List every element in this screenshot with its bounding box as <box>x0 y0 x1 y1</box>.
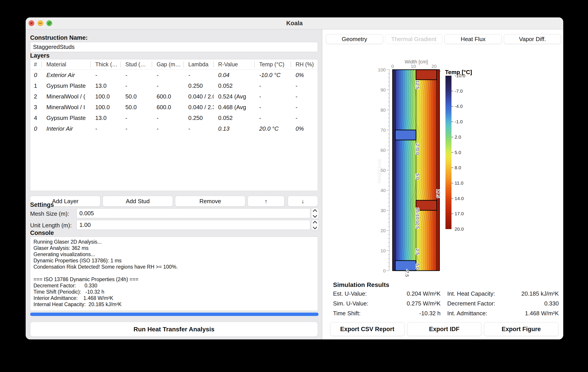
cell-gap: - <box>152 123 184 134</box>
cell-thick: 100.0 <box>91 91 121 102</box>
cell-rh: - <box>291 80 318 91</box>
progress-bar <box>30 313 318 316</box>
table-row[interactable]: 3 MineralWool / I 100.0 50.0 600.0 0.040… <box>30 102 318 112</box>
col-header-stud: Stud (… <box>121 59 152 70</box>
contour-label: 17.5 <box>436 189 441 198</box>
cell-temp: - <box>255 91 291 102</box>
table-row[interactable]: 1 Gypsum Plaste 13.0 - - 0.250 0.052 - - <box>30 80 318 91</box>
cell-num: 4 <box>30 112 42 123</box>
cell-rh: - <box>291 91 318 102</box>
cell-gap: 600.0 <box>152 102 184 112</box>
stud-rect <box>416 70 437 80</box>
result-label: Int. Heat Capacity: <box>447 290 521 297</box>
run-analysis-button[interactable]: Run Heat Transfer Analysis <box>30 322 318 337</box>
title-bar: Koala <box>26 17 563 30</box>
table-row[interactable]: 4 Gypsum Plaste 13.0 - - 0.250 0.052 - - <box>30 112 318 123</box>
cell-rh: - <box>291 112 318 123</box>
cell-material: Interior Air <box>42 123 91 134</box>
contour-label: -5.0 <box>415 262 420 270</box>
construction-name-input[interactable] <box>30 42 318 52</box>
col-header-gap: Gap (m… <box>152 59 184 70</box>
stepper-down-button[interactable] <box>311 214 318 219</box>
results-title: Simulation Results <box>333 281 389 288</box>
colorbar-tick-label: 11.0 <box>455 180 463 186</box>
cell-lambda: - <box>184 70 214 80</box>
result-value: 0.275 W/m²K <box>402 300 441 307</box>
tab-heat-flux[interactable]: Heat Flux <box>445 34 502 44</box>
table-row[interactable]: 0 Interior Air - - - - 0.13 20.0 °C 0% <box>30 123 318 134</box>
cell-thick: - <box>91 123 121 134</box>
move-down-button[interactable]: ↓ <box>288 196 318 207</box>
unit-length-label: Unit Length (m): <box>30 222 72 229</box>
tab-vapor-diff[interactable]: Vapor Diff. <box>504 34 561 44</box>
chevron-down-icon <box>313 213 317 218</box>
cell-thick: 13.0 <box>91 80 121 91</box>
x-tick-label: 0 <box>391 64 394 69</box>
table-row[interactable]: 2 MineralWool / ( 100.0 50.0 600.0 0.040… <box>30 91 318 102</box>
tab-thermal-gradient[interactable]: Thermal Gradient <box>385 34 442 44</box>
y-tick-label: 30 <box>380 208 386 213</box>
stud-rect <box>395 130 416 140</box>
stepper-up-button[interactable] <box>311 220 318 225</box>
console-output[interactable]: Running Glaser 2D Analysis... Glaser Ana… <box>30 237 318 311</box>
settings-label: Settings <box>30 201 54 208</box>
console-line: Running Glaser 2D Analysis... <box>33 239 315 245</box>
console-line: Time Shift (Periodic): -10.32 h <box>33 289 315 295</box>
console-line: Dynamic Properties (ISO 13786): 1 ms <box>33 257 315 264</box>
contour-label: 12.5 <box>415 80 420 89</box>
results-grid: Est. U-Value: 0.204 W/m²K Int. Heat Capa… <box>333 290 559 317</box>
cell-num: 2 <box>30 91 42 102</box>
stepper-down-button[interactable] <box>311 225 318 231</box>
layers-table: # Material Thick (… Stud (… Gap (m… Lamb… <box>30 59 318 191</box>
y-tick-label: 10 <box>380 248 386 253</box>
cell-lambda: 0.250 <box>184 112 214 123</box>
result-label: Est. U-Value: <box>333 290 402 297</box>
cell-stud: - <box>121 80 152 91</box>
console-line: Internal Heat Capacity: 20.185 kJ/m²K <box>33 301 315 307</box>
cell-gap: - <box>152 80 184 91</box>
export-idf-button[interactable]: Export IDF <box>407 322 481 336</box>
tab-geometry[interactable]: Geometry <box>326 34 383 44</box>
console-line: Condensation Risk Detected! Some regions… <box>33 264 315 270</box>
x-axis-title: Width [cm] <box>405 59 428 65</box>
cell-temp: -10.0 °C <box>255 70 291 80</box>
cell-material: Exterior Air <box>42 70 91 80</box>
result-value: -10.32 h <box>402 310 441 317</box>
add-stud-button[interactable]: Add Stud <box>103 196 173 207</box>
cell-lambda: 0.040 / 2.3 <box>184 102 214 112</box>
cell-material: MineralWool / ( <box>42 91 91 102</box>
cell-temp: - <box>255 80 291 91</box>
y-tick-label: 100 <box>378 67 386 72</box>
mesh-size-input[interactable] <box>76 208 310 218</box>
cell-rh: 0% <box>291 70 318 80</box>
export-csv-button[interactable]: Export CSV Report <box>330 322 404 336</box>
cell-stud: - <box>121 70 152 80</box>
stepper-up-button[interactable] <box>311 208 318 214</box>
unit-length-input[interactable] <box>76 220 310 230</box>
cell-num: 0 <box>30 123 42 134</box>
cell-num: 1 <box>30 80 42 91</box>
console-label: Console <box>30 230 54 236</box>
cell-rvalue: 0.04 <box>214 70 255 80</box>
cell-lambda: 0.040 / 2.0 <box>184 91 214 102</box>
construction-name-label: Construction Name: <box>30 34 88 41</box>
layers-label: Layers <box>30 52 50 59</box>
cell-stud: - <box>121 112 152 123</box>
cell-thick: - <box>91 70 121 80</box>
mesh-size-label: Mesh Size (m): <box>30 210 69 217</box>
move-up-button[interactable]: ↑ <box>248 196 284 207</box>
export-figure-button[interactable]: Export Figure <box>484 322 558 336</box>
cell-thick: 100.0 <box>91 102 121 112</box>
colorbar-tick-label: -1.0 <box>455 119 463 124</box>
cell-stud: 50.0 <box>121 91 152 102</box>
cell-rvalue: 0.468 (Avg <box>214 102 255 112</box>
remove-button[interactable]: Remove <box>175 196 245 207</box>
chevron-down-icon <box>313 225 317 230</box>
table-row[interactable]: 0 Exterior Air - - - - 0.04 -10.0 °C 0% <box>30 70 318 80</box>
col-header-temp: Temp (°C) <box>255 59 291 70</box>
layers-table-header: # Material Thick (… Stud (… Gap (m… Lamb… <box>30 59 318 70</box>
y-tick-label: 40 <box>380 188 386 193</box>
console-line <box>33 270 315 276</box>
cell-gap: - <box>152 112 184 123</box>
col-header-num: # <box>30 59 42 70</box>
